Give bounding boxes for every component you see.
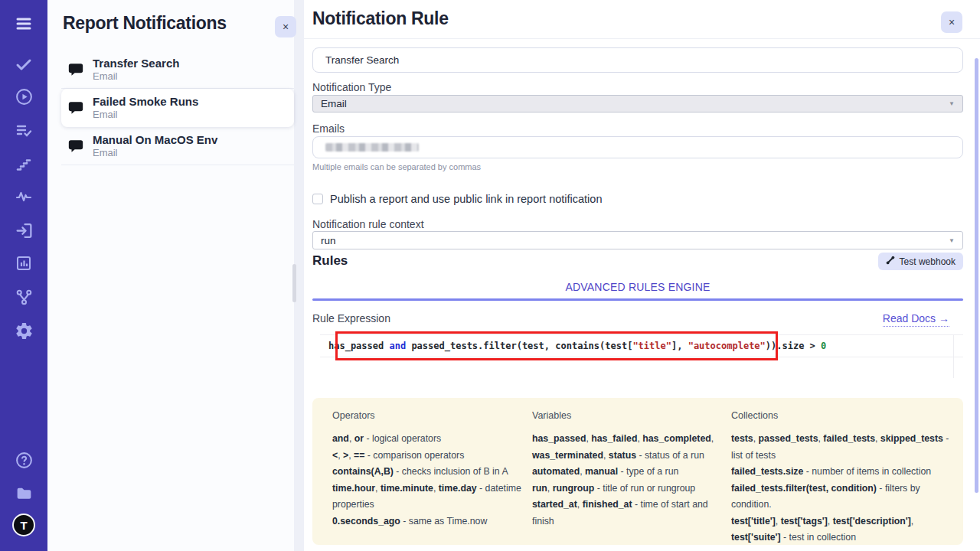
notification-rule-panel: Notification Rule × Notification Type Em… xyxy=(304,0,980,551)
notification-name: Failed Smoke Runs xyxy=(93,95,198,108)
app-sidebar: T xyxy=(0,0,47,551)
rule-expression-code: has_passed and passed_tests.filter(test,… xyxy=(328,341,826,351)
rules-heading: Rules xyxy=(312,253,963,269)
rules-help-panel: Operatorsand, or - logical operators<, >… xyxy=(312,398,963,545)
test-webhook-label: Test webhook xyxy=(900,256,956,267)
dialog-close-button[interactable]: × xyxy=(941,11,962,33)
dialog-title: Notification Rule xyxy=(312,8,449,29)
help-icon[interactable] xyxy=(14,450,34,470)
notification-type-value: Email xyxy=(321,98,347,109)
help-line: time.hour, time.minute, time.day - datet… xyxy=(332,481,526,514)
chat-bubble-icon xyxy=(67,138,84,155)
tab-active-underline xyxy=(312,298,963,301)
redacted-email-value xyxy=(325,143,419,152)
chevron-down-icon: ▼ xyxy=(949,100,955,107)
logo-badge[interactable]: T xyxy=(12,514,35,536)
list-check-icon[interactable] xyxy=(14,120,34,140)
chevron-down-icon: ▼ xyxy=(949,237,955,244)
report-notification-list-item[interactable]: Failed Smoke Runs Email xyxy=(61,89,294,127)
context-select[interactable]: run ▼ xyxy=(312,231,963,249)
emails-input[interactable] xyxy=(312,136,963,158)
help-line: <, >, == - comparison operators xyxy=(332,448,526,465)
help-column-operators: Operatorsand, or - logical operators<, >… xyxy=(332,410,526,545)
publish-report-checkbox[interactable] xyxy=(312,194,323,204)
panel-title: Report Notifications xyxy=(63,13,227,34)
notification-name: Transfer Search xyxy=(93,57,179,70)
read-docs-link[interactable]: Read Docs → xyxy=(883,312,949,327)
help-line: run, rungroup - title of run or rungroup xyxy=(532,481,725,497)
rule-expression-editor[interactable]: has_passed and passed_tests.filter(test,… xyxy=(320,334,963,378)
help-line: was_terminated, status - status of a run xyxy=(532,448,725,465)
sign-in-icon[interactable] xyxy=(14,220,34,240)
close-icon: × xyxy=(283,16,289,37)
settings-icon[interactable] xyxy=(14,321,34,341)
help-column-heading: Operators xyxy=(332,410,526,421)
rule-expression-label: Rule Expression xyxy=(312,312,390,324)
emails-hint: Multiple emails can be separated by comm… xyxy=(312,162,963,171)
menu-icon[interactable] xyxy=(14,14,34,34)
tab-advanced-rules-engine[interactable]: ADVANCED RULES ENGINE xyxy=(565,281,710,300)
chat-bubble-icon xyxy=(67,99,84,116)
help-column-heading: Collections xyxy=(731,410,951,421)
bar-chart-icon[interactable] xyxy=(14,253,34,273)
help-line: tests, passed_tests, failed_tests, skipp… xyxy=(731,431,951,464)
notification-type-label: Notification Type xyxy=(312,81,963,93)
docs-icon[interactable] xyxy=(14,483,34,503)
help-line: has_passed, has_failed, has_completed, xyxy=(532,431,725,448)
steps-icon[interactable] xyxy=(14,154,34,174)
context-label: Notification rule context xyxy=(312,218,963,230)
check-icon[interactable] xyxy=(14,54,34,74)
help-column-heading: Variables xyxy=(532,410,725,421)
notification-type-select[interactable]: Email ▼ xyxy=(312,95,963,112)
help-line: test['suite'] - test in collection xyxy=(731,530,951,545)
help-line: 0.seconds_ago - same as Time.now xyxy=(332,514,526,530)
close-icon: × xyxy=(949,11,955,33)
rule-name-input[interactable] xyxy=(312,47,963,73)
report-notifications-panel: Report Notifications × Transfer Search E… xyxy=(47,0,294,551)
panel-close-button[interactable]: × xyxy=(275,16,296,37)
chat-bubble-icon xyxy=(67,61,84,78)
logo-glyph: T xyxy=(20,520,27,531)
webhook-icon xyxy=(886,256,895,267)
dialog-header: Notification Rule × xyxy=(304,0,980,39)
notification-name: Manual On MacOS Env xyxy=(93,133,217,146)
page-scrollbar-thumb[interactable] xyxy=(975,58,978,493)
test-webhook-button[interactable]: Test webhook xyxy=(878,253,963,270)
help-line: failed_tests.size - number of items in c… xyxy=(731,464,951,481)
notification-channel: Email xyxy=(93,147,217,158)
help-column-variables: Variableshas_passed, has_failed, has_com… xyxy=(532,410,725,545)
report-notification-list-item[interactable]: Manual On MacOS Env Email xyxy=(61,127,294,165)
help-line: test['title'], test['tags'], test['descr… xyxy=(731,514,951,530)
help-column-collections: Collectionstests, passed_tests, failed_t… xyxy=(731,410,951,545)
notification-list: Transfer Search Email Failed Smoke Runs … xyxy=(61,51,294,165)
notification-channel: Email xyxy=(93,109,198,120)
activity-icon[interactable] xyxy=(14,187,34,207)
branch-icon[interactable] xyxy=(14,287,34,307)
report-notification-list-item[interactable]: Transfer Search Email xyxy=(61,51,294,89)
help-line: automated, manual - type of a run xyxy=(532,464,725,481)
play-circle-icon[interactable] xyxy=(14,86,34,106)
context-value: run xyxy=(321,235,336,246)
notification-channel: Email xyxy=(93,70,179,82)
editor-gutter-line xyxy=(953,335,954,378)
help-line: started_at, finished_at - time of start … xyxy=(532,497,725,530)
publish-report-label: Publish a report and use public link in … xyxy=(330,193,602,205)
emails-label: Emails xyxy=(312,122,963,135)
help-line: failed_tests.filter(test, condition) - f… xyxy=(731,481,951,514)
panel-scrollbar-thumb[interactable] xyxy=(292,264,296,302)
help-line: and, or - logical operators xyxy=(332,431,526,448)
help-line: contains(A,B) - checks inclusion of B in… xyxy=(332,464,526,481)
